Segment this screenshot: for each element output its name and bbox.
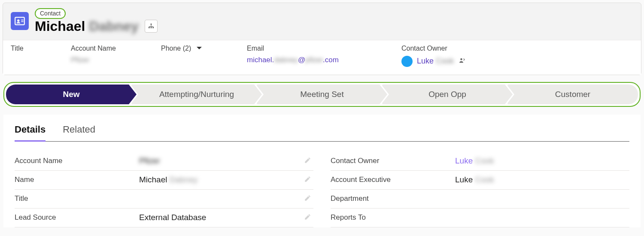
detail-value[interactable]: External Database — [139, 213, 313, 222]
summary-account: Account Name Pfizer — [71, 45, 161, 64]
record-header: Contact Michael Dabney Title Account Nam… — [3, 3, 641, 75]
summary-email-value[interactable]: michael.dabney@pfizer.com — [247, 56, 401, 64]
record-last-name: Dabney — [89, 18, 139, 34]
detail-label: Title — [15, 194, 139, 203]
owner-last: Cook — [436, 57, 454, 65]
email-tld: .com — [323, 56, 339, 64]
svg-point-9 — [460, 58, 462, 61]
svg-rect-3 — [21, 20, 23, 21]
details-column-right: Contact OwnerLuke CookAccount ExecutiveL… — [331, 152, 629, 227]
detail-row: Account ExecutiveLuke Cook — [331, 171, 629, 190]
summary-owner-label: Contact Owner — [401, 45, 633, 52]
detail-row: Contact OwnerLuke Cook — [331, 152, 629, 171]
record-first-name: Michael — [35, 18, 85, 34]
path-step[interactable]: New — [6, 85, 137, 104]
details-column-left: Account NamePfizerNameMichael DabneyTitl… — [15, 152, 313, 227]
record-name: Michael Dabney — [35, 19, 139, 34]
owner-name[interactable]: Luke Cook — [417, 57, 454, 66]
tabs: Details Related — [15, 115, 629, 142]
owner-first: Luke — [417, 57, 434, 65]
summary-title-label: Title — [11, 45, 71, 52]
svg-point-2 — [17, 19, 19, 21]
summary-phone-label: Phone (2) — [161, 45, 191, 52]
detail-value[interactable]: Michael Dabney — [139, 175, 313, 185]
detail-label: Reports To — [331, 213, 455, 222]
email-prefix: michael. — [247, 56, 274, 64]
email-at: @ — [298, 56, 305, 64]
content-card: Details Related Account NamePfizerNameMi… — [3, 115, 641, 227]
detail-value[interactable]: Pfizer — [139, 156, 313, 166]
chevron-down-icon[interactable] — [196, 45, 202, 52]
svg-rect-7 — [151, 27, 152, 28]
summary-row: Title Account Name Pfizer Phone (2) Emai… — [3, 40, 641, 75]
path-container: NewAttempting/NurturingMeeting SetOpen O… — [3, 82, 641, 107]
path: NewAttempting/NurturingMeeting SetOpen O… — [6, 85, 638, 104]
detail-row: Department — [331, 190, 629, 209]
detail-label: Name — [15, 175, 139, 184]
detail-label: Lead Source — [15, 213, 139, 222]
path-step[interactable]: Open Opp — [381, 85, 513, 104]
object-label: Contact — [35, 8, 66, 19]
email-domain: pfizer — [305, 56, 323, 64]
hierarchy-button[interactable] — [145, 20, 158, 33]
detail-label: Contact Owner — [331, 157, 455, 165]
detail-row: Account NamePfizer — [15, 152, 313, 171]
pencil-icon[interactable] — [304, 213, 312, 222]
path-step[interactable]: Attempting/Nurturing — [131, 85, 262, 104]
pencil-icon[interactable] — [304, 156, 312, 166]
owner-avatar — [401, 56, 413, 67]
detail-row: Lead SourceExternal Database — [15, 209, 313, 227]
summary-phone[interactable]: Phone (2) — [161, 45, 247, 52]
tab-details[interactable]: Details — [15, 124, 46, 142]
detail-row: NameMichael Dabney — [15, 171, 313, 190]
summary-email: Email michael.dabney@pfizer.com — [247, 45, 401, 64]
change-owner-icon[interactable] — [458, 57, 466, 66]
detail-row: Title — [15, 190, 313, 209]
contact-icon — [11, 12, 29, 30]
email-mid: dabney — [274, 56, 298, 64]
detail-value[interactable]: Luke Cook — [455, 156, 629, 166]
summary-title: Title — [11, 45, 71, 56]
summary-email-label: Email — [247, 45, 401, 52]
detail-label: Account Executive — [331, 175, 455, 184]
detail-label: Department — [331, 194, 455, 203]
svg-rect-8 — [152, 27, 154, 28]
summary-owner: Contact Owner Luke Cook — [401, 45, 633, 67]
tab-related[interactable]: Related — [63, 124, 95, 142]
details-grid: Account NamePfizerNameMichael DabneyTitl… — [15, 142, 629, 227]
summary-account-value[interactable]: Pfizer — [71, 56, 161, 64]
detail-value[interactable]: Luke Cook — [455, 175, 629, 185]
path-step[interactable]: Meeting Set — [256, 85, 387, 104]
svg-rect-4 — [21, 21, 23, 22]
pencil-icon[interactable] — [304, 194, 312, 203]
detail-row: Reports To — [331, 209, 629, 227]
svg-rect-5 — [151, 24, 152, 25]
svg-rect-6 — [149, 27, 150, 28]
path-step[interactable]: Customer — [507, 85, 638, 104]
pencil-icon[interactable] — [304, 175, 312, 185]
summary-account-label: Account Name — [71, 45, 161, 52]
detail-label: Account Name — [15, 157, 139, 165]
